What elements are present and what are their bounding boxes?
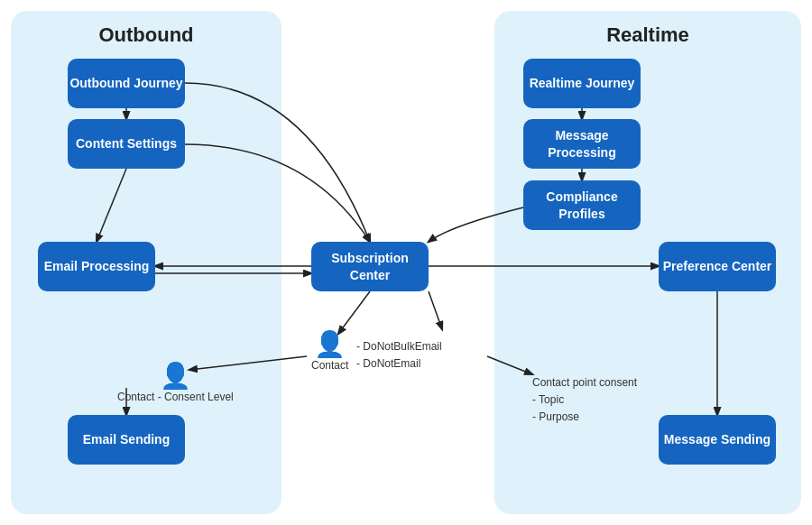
content-settings-box: Content Settings [68, 119, 185, 169]
compliance-profiles-box: Compliance Profiles [523, 180, 641, 230]
arrow-sc-contactfields [429, 291, 442, 329]
left-contact-figure: 👤 Contact - Consent Level [117, 361, 234, 403]
contact-point-line3: - Purpose [532, 410, 579, 423]
arrow-sc-contact [338, 291, 370, 334]
center-contact-icon: 👤 [311, 329, 348, 359]
realtime-label: Realtime [494, 11, 801, 47]
email-processing-box: Email Processing [38, 242, 155, 291]
left-contact-icon: 👤 [117, 361, 234, 391]
message-processing-box: Message Processing [523, 119, 641, 169]
email-sending-box: Email Sending [68, 415, 185, 465]
center-contact-figure: 👤 Contact [311, 329, 348, 372]
outbound-journey-box: Outbound Journey [68, 59, 185, 108]
contact-point-label: Contact point consent - Topic - Purpose [532, 374, 637, 427]
left-contact-sub: Consent Level [164, 391, 234, 403]
outbound-label: Outbound [11, 11, 281, 47]
diagram-container: Outbound Realtime [0, 0, 812, 525]
contact-fields-label: - DoNotBulkEmail - DoNotEmail [356, 338, 442, 373]
preference-center-box: Preference Center [659, 242, 776, 291]
left-contact-label: Contact - [117, 391, 161, 403]
realtime-journey-box: Realtime Journey [523, 59, 641, 108]
center-contact-label: Contact [311, 359, 348, 372]
message-sending-box: Message Sending [659, 415, 776, 465]
contact-field-1: - DoNotBulkEmail [356, 340, 442, 353]
contact-point-line2: - Topic [532, 393, 564, 406]
subscription-center-box: Subscription Center [311, 242, 429, 291]
contact-field-2: - DoNotEmail [356, 357, 420, 370]
contact-point-line1: Contact point consent [532, 376, 637, 389]
